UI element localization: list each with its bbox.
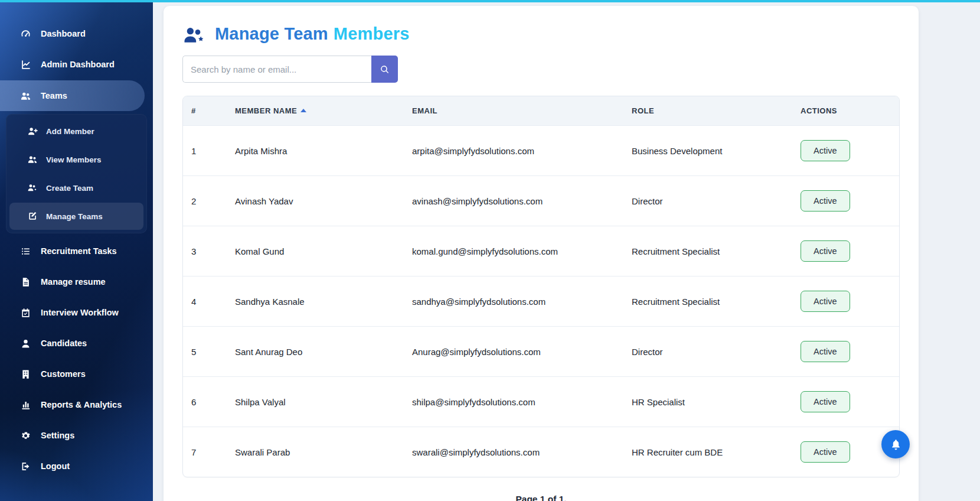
sidebar-item-label: Create Team <box>46 184 93 193</box>
gear-icon <box>20 430 31 441</box>
cell-role: Director <box>623 176 792 226</box>
cell-index: 3 <box>183 226 227 276</box>
sidebar-item-label: Interview Workflow <box>41 308 119 317</box>
sidebar-item-customers[interactable]: Customers <box>0 359 153 389</box>
logout-icon <box>20 461 31 472</box>
status-active-button[interactable]: Active <box>801 190 850 212</box>
cell-member-name: Shilpa Valyal <box>227 377 404 427</box>
notifications-fab-button[interactable] <box>881 430 910 458</box>
table-row: 4 Sandhya Kasnale sandhya@simplyfydsolut… <box>183 276 899 327</box>
members-table: # MEMBER NAME EMAIL ROLE ACTIONS 1 Arpit… <box>182 96 900 477</box>
column-header-index: # <box>183 96 227 126</box>
cell-email: sandhya@simplyfydsolutions.com <box>404 276 623 327</box>
cell-actions: Active <box>792 276 899 327</box>
sidebar-item-settings[interactable]: Settings <box>0 421 153 450</box>
users-gear-icon <box>182 24 206 44</box>
cell-role: Recruitment Specialist <box>623 276 792 327</box>
sidebar-item-label: Settings <box>41 431 74 440</box>
sidebar: Dashboard Admin Dashboard Teams Add Memb… <box>0 0 153 501</box>
cell-index: 7 <box>183 427 227 477</box>
cell-role: Director <box>623 327 792 377</box>
gauge-icon <box>20 28 31 40</box>
cell-index: 6 <box>183 377 227 427</box>
sidebar-item-recruitment-tasks[interactable]: Recruitment Tasks <box>0 236 153 266</box>
sidebar-nav: Dashboard Admin Dashboard Teams Add Memb… <box>0 0 153 481</box>
bell-icon <box>890 438 902 451</box>
file-icon <box>20 276 31 288</box>
cell-role: Business Development <box>623 126 792 176</box>
sidebar-item-dashboard[interactable]: Dashboard <box>0 19 153 48</box>
column-header-role: ROLE <box>623 96 792 126</box>
cell-actions: Active <box>792 226 899 276</box>
sidebar-item-create-team[interactable]: Create Team <box>9 174 143 201</box>
sidebar-item-label: Manage Teams <box>46 212 103 221</box>
cell-role: HR Specialist <box>623 377 792 427</box>
status-active-button[interactable]: Active <box>801 341 850 362</box>
edit-icon <box>27 211 38 222</box>
user-plus-icon <box>27 126 38 136</box>
sidebar-item-label: Logout <box>41 461 70 471</box>
sidebar-item-label: View Members <box>46 155 102 164</box>
sidebar-item-label: Reports & Analytics <box>41 400 122 409</box>
building-icon <box>20 369 31 380</box>
sidebar-item-label: Teams <box>41 91 67 100</box>
sidebar-item-admin-dashboard[interactable]: Admin Dashboard <box>0 50 153 79</box>
users-icon <box>27 154 38 165</box>
user-icon <box>20 338 31 349</box>
search-input[interactable] <box>182 56 371 83</box>
sidebar-item-candidates[interactable]: Candidates <box>0 328 153 358</box>
cell-actions: Active <box>792 126 899 176</box>
cell-member-name: Komal Gund <box>227 226 404 276</box>
content-card: Manage TeamMembers # MEMBER NAME EMAIL R… <box>164 6 919 501</box>
status-active-button[interactable]: Active <box>801 391 850 412</box>
cell-member-name: Avinash Yadav <box>227 176 404 226</box>
sidebar-item-manage-resume[interactable]: Manage resume <box>0 267 153 297</box>
cell-actions: Active <box>792 176 899 226</box>
status-active-button[interactable]: Active <box>801 240 850 262</box>
cell-index: 1 <box>183 126 227 176</box>
sidebar-item-view-members[interactable]: View Members <box>9 146 143 173</box>
cell-email: komal.gund@simplyfydsolutions.com <box>404 226 623 276</box>
table-row: 3 Komal Gund komal.gund@simplyfydsolutio… <box>183 226 899 276</box>
cell-actions: Active <box>792 327 899 377</box>
sidebar-item-label: Customers <box>41 369 86 379</box>
sidebar-item-label: Candidates <box>41 339 87 348</box>
list-icon <box>20 246 31 257</box>
users-icon <box>20 90 31 102</box>
sidebar-item-manage-teams[interactable]: Manage Teams <box>9 203 143 230</box>
sort-ascending-icon <box>300 109 306 112</box>
cell-member-name: Arpita Mishra <box>227 126 404 176</box>
sidebar-item-interview-workflow[interactable]: Interview Workflow <box>0 298 153 327</box>
status-active-button[interactable]: Active <box>801 441 850 463</box>
cell-email: avinash@simplyfydsolutions.com <box>404 176 623 226</box>
search-button[interactable] <box>371 56 398 83</box>
sidebar-item-label: Add Member <box>46 127 94 136</box>
search-bar <box>182 56 900 83</box>
cell-index: 2 <box>183 176 227 226</box>
sidebar-item-label: Dashboard <box>41 29 86 38</box>
bar-chart-icon <box>20 399 31 411</box>
table-row: 2 Avinash Yadav avinash@simplyfydsolutio… <box>183 176 899 226</box>
cell-role: Recruitment Specialist <box>623 226 792 276</box>
cell-index: 5 <box>183 327 227 377</box>
column-header-member-name[interactable]: MEMBER NAME <box>227 96 404 126</box>
sidebar-item-reports-analytics[interactable]: Reports & Analytics <box>0 390 153 419</box>
cell-member-name: Swarali Parab <box>227 427 404 477</box>
cell-index: 4 <box>183 276 227 327</box>
sidebar-item-add-member[interactable]: Add Member <box>9 118 143 145</box>
cell-member-name: Sandhya Kasnale <box>227 276 404 327</box>
page-title: Manage TeamMembers <box>215 24 410 44</box>
sidebar-item-logout[interactable]: Logout <box>0 451 153 481</box>
users-gear-icon <box>27 183 38 193</box>
search-icon <box>380 64 390 74</box>
chart-line-icon <box>20 59 31 70</box>
cell-member-name: Sant Anurag Deo <box>227 327 404 377</box>
sidebar-item-label: Recruitment Tasks <box>41 246 117 256</box>
cell-email: Anurag@simplyfydsolutions.com <box>404 327 623 377</box>
status-active-button[interactable]: Active <box>801 140 850 161</box>
status-active-button[interactable]: Active <box>801 291 850 312</box>
sidebar-item-teams[interactable]: Teams <box>0 80 145 111</box>
cell-email: shilpa@simplyfydsolutions.com <box>404 377 623 427</box>
cell-actions: Active <box>792 377 899 427</box>
table-row: 7 Swarali Parab swarali@simplyfydsolutio… <box>183 427 899 477</box>
